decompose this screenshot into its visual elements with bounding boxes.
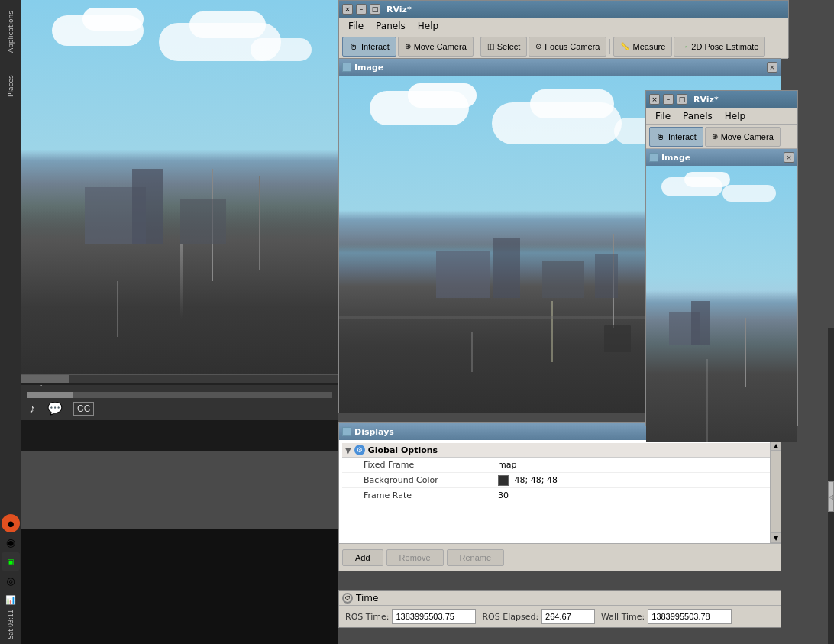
ros-elapsed-label: ROS Elapsed:	[482, 612, 538, 622]
rviz-secondary-interact-btn[interactable]: 🖱 Interact	[649, 127, 703, 147]
displays-icon	[342, 427, 351, 436]
global-options-header[interactable]: ▼ ⚙ Global Options	[342, 443, 777, 458]
displays-rename-btn[interactable]: Rename	[447, 549, 505, 566]
time-icon: ⏱	[342, 593, 353, 604]
rviz-secondary-maximize-btn[interactable]: □	[677, 94, 687, 105]
image-panel-icon	[342, 63, 351, 72]
ros-time-input[interactable]	[392, 609, 476, 624]
rviz-main-move-camera-btn[interactable]: ⊕ Move Camera	[398, 37, 474, 57]
rviz-secondary-titlebar: × – □ RViz*	[646, 91, 797, 108]
video-progress-fill	[27, 392, 73, 398]
right-edge: ◁	[828, 328, 834, 644]
rviz-secondary-toolbar: 🖱 Interact ⊕ Move Camera	[646, 125, 797, 149]
displays-scrollbar[interactable]: ▲ ▼	[770, 440, 781, 543]
video-player-bottom	[21, 529, 338, 644]
wall-time-label: Wall Time:	[601, 612, 645, 622]
global-options-label: Global Options	[368, 445, 438, 455]
ros-elapsed-input[interactable]	[541, 609, 595, 624]
toolbar-sep-2	[609, 39, 610, 54]
ros-elapsed-group: ROS Elapsed:	[482, 609, 595, 624]
taskbar-terminal[interactable]: ▣	[2, 552, 20, 571]
rviz-secondary-close-btn[interactable]: ×	[649, 94, 660, 105]
ros-time-label: ROS Time:	[345, 612, 389, 622]
subtitle-button[interactable]: 💬	[46, 400, 64, 417]
scroll-down-btn[interactable]: ▼	[771, 532, 781, 543]
rviz-main-menu-panels[interactable]: Panels	[370, 19, 412, 33]
taskbar-applications[interactable]: Applications	[2, 2, 20, 63]
rviz-main-top: × – □ RViz* File Panels Help 🖱 Interact …	[338, 0, 789, 58]
video-scrollbar[interactable]	[21, 374, 338, 383]
fixed-frame-row: Fixed Frame map	[342, 458, 777, 473]
wall-time-input[interactable]	[648, 609, 732, 624]
rviz-main-title: RViz*	[386, 5, 785, 15]
rviz-secondary-menu-panels[interactable]: Panels	[677, 109, 719, 123]
fixed-frame-val: map	[495, 458, 777, 471]
wall-time-group: Wall Time:	[601, 609, 732, 624]
toolbar-sep-1	[477, 39, 477, 54]
rviz-main-toolbar: 🖱 Interact ⊕ Move Camera ◫ Select ⊙ Focu…	[339, 34, 788, 59]
rviz-secondary-menubar: File Panels Help	[646, 108, 797, 125]
displays-panel: Displays × ▼ ⚙ Global Options Fixed Fram…	[338, 422, 781, 571]
taskbar-ubuntu-icon[interactable]: ●	[2, 514, 20, 532]
rviz-main-pose-estimate-btn[interactable]: → 2D Pose Estimate	[674, 37, 765, 57]
rviz-main-minimize-btn[interactable]: –	[356, 4, 367, 15]
rviz-main-focus-camera-btn[interactable]: ⊙ Focus Camera	[529, 37, 606, 57]
rviz-main-image-title: Image	[354, 63, 764, 73]
taskbar-places[interactable]: Places	[2, 63, 20, 109]
rviz-main-interact-btn[interactable]: 🖱 Interact	[342, 37, 396, 57]
rviz-main-maximize-btn[interactable]: □	[370, 4, 380, 15]
taskbar-chrome[interactable]: ◉	[2, 533, 20, 552]
displays-buttons: Add Remove Rename	[339, 543, 781, 571]
background-color-val: 48; 48; 48	[495, 474, 777, 487]
rviz-main-image-close[interactable]: ×	[767, 62, 777, 73]
rviz-secondary-image-title: Image	[661, 153, 781, 163]
time-content: ROS Time: ROS Elapsed: Wall Time:	[339, 606, 781, 627]
taskbar-monitor[interactable]: 📊	[2, 591, 20, 609]
video-frame	[21, 0, 338, 374]
rviz-secondary-image-titlebar: Image ×	[646, 149, 797, 166]
displays-content: ▼ ⚙ Global Options Fixed Frame map Backg…	[339, 440, 781, 543]
rviz-secondary-image-content	[646, 166, 797, 442]
video-progress-bar[interactable]	[27, 392, 332, 398]
audio-button[interactable]: ♪	[27, 400, 37, 417]
rviz-secondary-menu-help[interactable]: Help	[719, 109, 752, 123]
rviz-secondary-move-camera-btn[interactable]: ⊕ Move Camera	[705, 127, 781, 147]
rviz-secondary-window: × – □ RViz* File Panels Help 🖱 Interact …	[645, 90, 798, 426]
displays-add-btn[interactable]: Add	[342, 549, 383, 566]
displays-remove-btn[interactable]: Remove	[386, 549, 444, 566]
taskbar-firefox[interactable]: ◎	[2, 571, 20, 590]
rviz-secondary-title: RViz*	[693, 95, 794, 105]
cc-button[interactable]: CC	[73, 402, 94, 416]
ros-time-group: ROS Time:	[345, 609, 476, 624]
frame-rate-val: 30	[495, 489, 777, 502]
video-controls-row: ♪ 💬 CC	[27, 400, 332, 417]
fixed-frame-key: Fixed Frame	[342, 458, 495, 471]
rviz-main-select-btn[interactable]: ◫ Select	[480, 37, 528, 57]
rviz-main-menubar: File Panels Help	[339, 18, 788, 34]
background-color-swatch	[498, 475, 509, 486]
rviz-secondary-menu-file[interactable]: File	[649, 109, 677, 123]
rviz-main-measure-btn[interactable]: 📏 Measure	[613, 37, 672, 57]
background-color-row: Background Color 48; 48; 48	[342, 473, 777, 488]
rviz-main-close-btn[interactable]: ×	[342, 4, 353, 15]
rviz-main-image-titlebar: Image ×	[339, 59, 781, 76]
frame-rate-row: Frame Rate 30	[342, 488, 777, 503]
background-color-key: Background Color	[342, 474, 495, 487]
rviz-main-menu-file[interactable]: File	[342, 19, 370, 33]
frame-rate-key: Frame Rate	[342, 489, 495, 502]
clock-time: Sat 03:11	[8, 610, 15, 639]
resize-handle[interactable]: ◁	[828, 481, 834, 512]
time-panel: ⏱ Time ROS Time: ROS Elapsed: Wall Time:	[338, 590, 781, 628]
rviz-main-titlebar: × – □ RViz*	[339, 1, 788, 18]
taskbar-left: Applications Places ● ◉ ▣ ◎ 📊 Sat 03:11	[0, 0, 21, 644]
time-panel-title: Time	[356, 593, 378, 604]
rviz-secondary-image-close[interactable]: ×	[784, 152, 794, 163]
time-panel-header: ⏱ Time	[339, 591, 781, 606]
rviz-main-menu-help[interactable]: Help	[412, 19, 444, 33]
rviz-secondary-minimize-btn[interactable]: –	[663, 94, 674, 105]
